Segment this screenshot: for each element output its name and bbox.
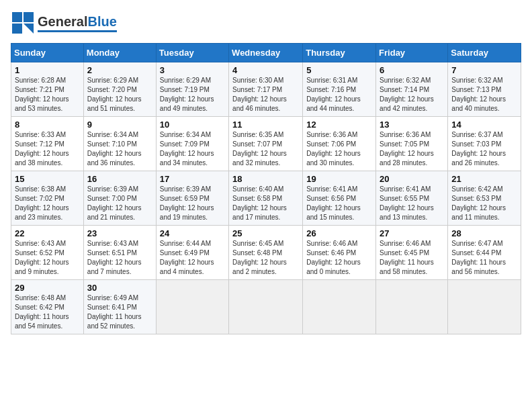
day-cell: 30Sunrise: 6:49 AMSunset: 6:41 PMDayligh… [83,280,156,334]
week-row-5: 29Sunrise: 6:48 AMSunset: 6:42 PMDayligh… [11,280,521,334]
daylight: Daylight: 12 hours and 11 minutes. [451,203,517,222]
calendar-body: 1Sunrise: 6:28 AMSunset: 7:21 PMDaylight… [11,62,521,334]
day-number: 10 [160,120,225,130]
daylight: Daylight: 11 hours and 58 minutes. [380,258,444,277]
sunrise: Sunrise: 6:49 AM [87,293,152,303]
daylight: Daylight: 12 hours and 46 minutes. [232,95,299,113]
sunset: Sunset: 7:13 PM [451,85,517,95]
day-info: Sunrise: 6:31 AMSunset: 7:16 PMDaylight:… [306,76,372,113]
day-cell [376,280,448,334]
sunrise: Sunrise: 6:32 AM [380,76,444,85]
svg-marker-3 [24,24,34,34]
sunrise: Sunrise: 6:28 AM [15,76,80,85]
day-info: Sunrise: 6:38 AMSunset: 7:02 PMDaylight:… [15,185,80,222]
svg-rect-2 [12,24,22,34]
day-info: Sunrise: 6:35 AMSunset: 7:07 PMDaylight:… [232,130,299,168]
sunset: Sunset: 7:10 PM [87,140,152,149]
day-cell: 15Sunrise: 6:38 AMSunset: 7:02 PMDayligh… [11,171,84,226]
day-info: Sunrise: 6:49 AMSunset: 6:41 PMDaylight:… [87,293,152,331]
day-cell: 23Sunrise: 6:43 AMSunset: 6:51 PMDayligh… [83,226,156,280]
sunrise: Sunrise: 6:43 AM [15,239,80,248]
daylight: Daylight: 12 hours and 30 minutes. [306,149,372,168]
day-number: 14 [451,120,517,130]
sunset: Sunset: 7:00 PM [87,194,152,203]
daylight: Daylight: 12 hours and 49 minutes. [160,95,225,113]
header-cell-monday: Monday [83,44,156,62]
sunset: Sunset: 6:42 PM [15,303,80,312]
page-header: GeneralBlue [11,11,521,35]
day-cell: 12Sunrise: 6:36 AMSunset: 7:06 PMDayligh… [303,117,376,171]
sunset: Sunset: 6:55 PM [380,194,444,203]
daylight: Daylight: 11 hours and 54 minutes. [15,312,80,331]
day-number: 22 [15,228,80,238]
day-info: Sunrise: 6:34 AMSunset: 7:09 PMDaylight:… [160,130,225,168]
sunset: Sunset: 6:49 PM [160,248,225,258]
daylight: Daylight: 12 hours and 13 minutes. [380,203,444,222]
sunrise: Sunrise: 6:47 AM [451,239,517,248]
svg-rect-0 [12,12,22,22]
daylight: Daylight: 12 hours and 38 minutes. [15,149,80,168]
day-number: 7 [451,65,517,75]
sunset: Sunset: 7:05 PM [380,140,444,149]
day-cell [229,280,303,334]
day-cell: 19Sunrise: 6:41 AMSunset: 6:56 PMDayligh… [303,171,376,226]
sunset: Sunset: 6:44 PM [451,248,517,258]
day-number: 3 [160,65,225,75]
sunset: Sunset: 6:58 PM [232,194,299,203]
day-info: Sunrise: 6:47 AMSunset: 6:44 PMDaylight:… [451,239,517,277]
svg-rect-1 [24,12,34,22]
day-info: Sunrise: 6:33 AMSunset: 7:12 PMDaylight:… [15,130,80,168]
day-number: 26 [306,228,372,238]
daylight: Daylight: 12 hours and 21 minutes. [87,203,152,222]
daylight: Daylight: 12 hours and 19 minutes. [160,203,225,222]
day-cell: 22Sunrise: 6:43 AMSunset: 6:52 PMDayligh… [11,226,84,280]
header-cell-sunday: Sunday [11,44,84,62]
day-cell: 6Sunrise: 6:32 AMSunset: 7:14 PMDaylight… [376,62,448,117]
sunset: Sunset: 7:19 PM [160,85,225,95]
sunset: Sunset: 6:52 PM [15,248,80,258]
header-cell-tuesday: Tuesday [156,44,228,62]
sunrise: Sunrise: 6:39 AM [87,185,152,194]
daylight: Daylight: 12 hours and 32 minutes. [232,149,299,168]
sunset: Sunset: 6:51 PM [87,248,152,258]
day-info: Sunrise: 6:48 AMSunset: 6:42 PMDaylight:… [15,293,80,331]
sunset: Sunset: 7:21 PM [15,85,80,95]
sunset: Sunset: 6:53 PM [451,194,517,203]
day-cell: 2Sunrise: 6:29 AMSunset: 7:20 PMDaylight… [83,62,156,117]
sunrise: Sunrise: 6:43 AM [87,239,152,248]
sunrise: Sunrise: 6:41 AM [380,185,444,194]
logo-icon [11,11,35,35]
sunrise: Sunrise: 6:37 AM [451,130,517,140]
calendar-table: SundayMondayTuesdayWednesdayThursdayFrid… [11,43,521,334]
daylight: Daylight: 12 hours and 2 minutes. [232,258,299,277]
sunset: Sunset: 7:03 PM [451,140,517,149]
day-info: Sunrise: 6:46 AMSunset: 6:46 PMDaylight:… [306,239,372,277]
day-info: Sunrise: 6:30 AMSunset: 7:17 PMDaylight:… [232,76,299,113]
day-number: 13 [380,120,444,130]
day-info: Sunrise: 6:32 AMSunset: 7:13 PMDaylight:… [451,76,517,113]
daylight: Daylight: 11 hours and 52 minutes. [87,312,152,331]
day-cell: 17Sunrise: 6:39 AMSunset: 6:59 PMDayligh… [156,171,228,226]
daylight: Daylight: 12 hours and 44 minutes. [306,95,372,113]
day-cell: 20Sunrise: 6:41 AMSunset: 6:55 PMDayligh… [376,171,448,226]
calendar-header: SundayMondayTuesdayWednesdayThursdayFrid… [11,44,521,62]
day-cell: 27Sunrise: 6:46 AMSunset: 6:45 PMDayligh… [376,226,448,280]
day-cell: 21Sunrise: 6:42 AMSunset: 6:53 PMDayligh… [448,171,521,226]
day-info: Sunrise: 6:29 AMSunset: 7:20 PMDaylight:… [87,76,152,113]
day-info: Sunrise: 6:41 AMSunset: 6:56 PMDaylight:… [306,185,372,222]
logo-blue: Blue [87,14,116,29]
sunrise: Sunrise: 6:48 AM [15,293,80,303]
sunrise: Sunrise: 6:45 AM [232,239,299,248]
day-info: Sunrise: 6:46 AMSunset: 6:45 PMDaylight:… [380,239,444,277]
day-number: 30 [87,283,152,293]
sunrise: Sunrise: 6:41 AM [306,185,372,194]
daylight: Daylight: 12 hours and 34 minutes. [160,149,225,168]
daylight: Daylight: 12 hours and 0 minutes. [306,258,372,277]
day-number: 21 [451,174,517,184]
day-info: Sunrise: 6:28 AMSunset: 7:21 PMDaylight:… [15,76,80,113]
day-number: 2 [87,65,152,75]
day-number: 20 [380,174,444,184]
day-info: Sunrise: 6:39 AMSunset: 7:00 PMDaylight:… [87,185,152,222]
day-info: Sunrise: 6:44 AMSunset: 6:49 PMDaylight:… [160,239,225,277]
day-number: 18 [232,174,299,184]
